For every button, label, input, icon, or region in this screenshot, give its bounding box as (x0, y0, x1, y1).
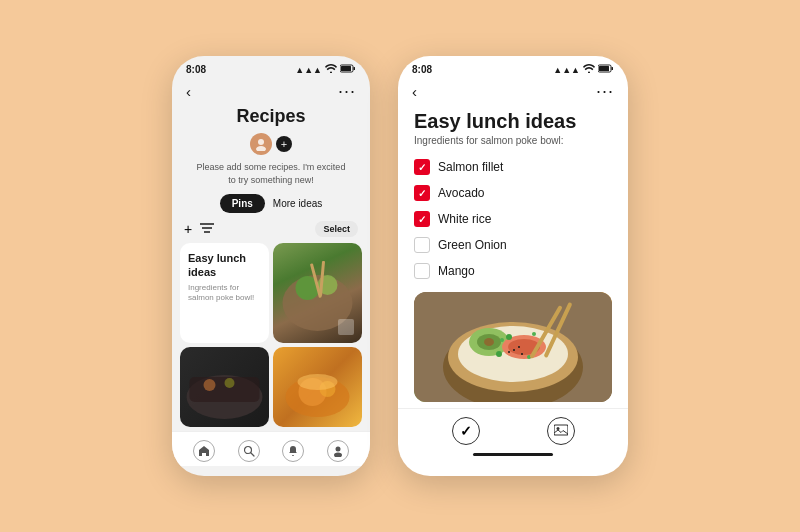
list-item[interactable] (273, 347, 362, 427)
svg-rect-26 (599, 66, 609, 71)
left-main-content: Recipes + Please add some recipes. I'm e… (172, 106, 370, 427)
checkmark-icon: ✓ (418, 214, 426, 225)
list-item[interactable] (273, 243, 362, 343)
svg-rect-14 (190, 377, 260, 402)
avatar[interactable] (250, 133, 272, 155)
ingredient-rice: White rice (438, 212, 491, 226)
right-subtitle: Ingredients for salmon poke bowl: (398, 135, 628, 154)
left-more-button[interactable]: ··· (338, 81, 356, 102)
right-signal-icon: ▲▲▲ (553, 65, 580, 75)
left-status-bar: 8:08 ▲▲▲ (172, 56, 370, 79)
left-status-icons: ▲▲▲ (295, 64, 356, 75)
svg-point-45 (521, 353, 523, 355)
svg-point-3 (258, 139, 264, 145)
checkmark-icon: ✓ (418, 162, 426, 173)
right-back-button[interactable]: ‹ (412, 83, 417, 100)
check-icon: ✓ (460, 423, 472, 439)
right-more-button[interactable]: ··· (596, 81, 614, 102)
svg-point-23 (335, 447, 340, 452)
svg-point-37 (506, 334, 512, 340)
profile-nav-button[interactable] (327, 440, 349, 462)
toolbar: + Select (172, 221, 370, 237)
list-item[interactable]: Easy lunch ideas Ingredients for salmon … (180, 243, 269, 343)
select-button[interactable]: Select (315, 221, 358, 237)
signal-icon: ▲▲▲ (295, 65, 322, 75)
tab-pins[interactable]: Pins (220, 194, 265, 213)
checkbox-greenonion[interactable] (414, 237, 430, 253)
list-item[interactable]: ✓ Salmon fillet (414, 154, 612, 180)
right-page-title: Easy lunch ideas (398, 106, 628, 135)
left-nav-bar: ‹ ··· (172, 79, 370, 106)
placeholder-message: Please add some recipes. I'm excited to … (172, 161, 370, 186)
svg-point-15 (204, 379, 216, 391)
svg-point-42 (513, 349, 515, 351)
svg-point-41 (496, 351, 502, 357)
filter-icon[interactable] (200, 222, 214, 237)
toolbar-left: + (184, 221, 214, 237)
checkmark-icon: ✓ (418, 188, 426, 199)
svg-point-24 (334, 453, 342, 458)
left-back-button[interactable]: ‹ (186, 83, 191, 100)
food-bowl-image (414, 292, 612, 402)
svg-point-20 (298, 374, 338, 390)
notifications-nav-button[interactable] (282, 440, 304, 462)
check-button[interactable]: ✓ (452, 417, 480, 445)
right-battery-icon (598, 64, 614, 75)
avatar-row: + (250, 133, 292, 155)
svg-rect-1 (341, 66, 351, 71)
right-nav-bar: ‹ ··· (398, 79, 628, 106)
list-item[interactable]: Mango (414, 258, 612, 284)
checkbox-salmon[interactable]: ✓ (414, 159, 430, 175)
svg-point-16 (225, 378, 235, 388)
left-bottom-nav (172, 431, 370, 466)
battery-icon (340, 64, 356, 75)
right-wifi-icon (583, 64, 595, 75)
home-nav-button[interactable] (193, 440, 215, 462)
svg-point-34 (484, 338, 494, 346)
right-phone: 8:08 ▲▲▲ ‹ ··· Easy lunch ideas Ingredie… (398, 56, 628, 476)
page-title: Recipes (236, 106, 305, 127)
add-avatar-button[interactable]: + (276, 136, 292, 152)
svg-line-22 (250, 453, 254, 457)
svg-rect-2 (354, 67, 356, 70)
checkbox-rice[interactable]: ✓ (414, 211, 430, 227)
list-item[interactable] (180, 347, 269, 427)
pin-text-content: Easy lunch ideas Ingredients for salmon … (180, 243, 269, 311)
right-time: 8:08 (412, 64, 432, 75)
svg-point-4 (256, 146, 266, 151)
svg-rect-27 (612, 67, 614, 70)
ingredient-greenonion: Green Onion (438, 238, 507, 252)
image-button[interactable] (547, 417, 575, 445)
add-pin-button[interactable]: + (184, 221, 192, 237)
ingredient-mango: Mango (438, 264, 475, 278)
left-time: 8:08 (186, 64, 206, 75)
home-indicator (473, 453, 553, 456)
pins-grid: Easy lunch ideas Ingredients for salmon … (172, 243, 370, 427)
svg-point-38 (532, 332, 536, 336)
list-item[interactable]: ✓ Avocado (414, 180, 612, 206)
tab-more-ideas[interactable]: More ideas (273, 198, 322, 209)
list-item[interactable]: Green Onion (414, 232, 612, 258)
checkbox-mango[interactable] (414, 263, 430, 279)
list-item[interactable]: ✓ White rice (414, 206, 612, 232)
right-status-bar: 8:08 ▲▲▲ (398, 56, 628, 79)
ingredient-salmon: Salmon fillet (438, 160, 503, 174)
checkbox-avocado[interactable]: ✓ (414, 185, 430, 201)
svg-point-44 (508, 351, 510, 353)
right-bottom-nav: ✓ (398, 408, 628, 449)
pin-subtitle: Ingredients for salmon poke bowl! (188, 283, 261, 304)
tabs-row: Pins More ideas (220, 194, 323, 213)
left-phone: 8:08 ▲▲▲ ‹ ··· Recipes + Please add some… (172, 56, 370, 476)
image-icon (554, 424, 568, 439)
ingredient-list: ✓ Salmon fillet ✓ Avocado ✓ White rice G… (398, 154, 628, 284)
svg-rect-48 (554, 425, 568, 435)
svg-point-43 (518, 346, 520, 348)
wifi-icon (325, 64, 337, 75)
svg-point-39 (500, 338, 504, 342)
ingredient-avocado: Avocado (438, 186, 484, 200)
pin-title: Easy lunch ideas (188, 251, 261, 280)
right-status-icons: ▲▲▲ (553, 64, 614, 75)
search-nav-button[interactable] (238, 440, 260, 462)
